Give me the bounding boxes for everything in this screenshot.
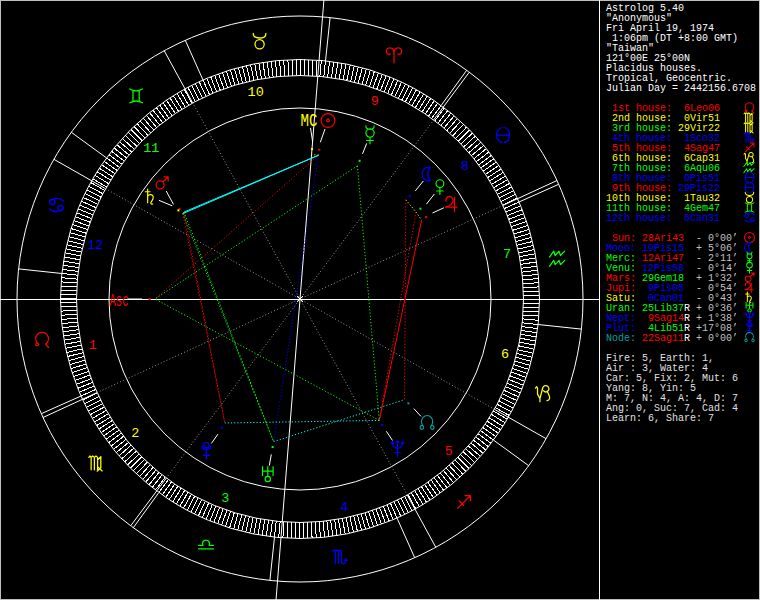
svg-text:+ 0°00’: + 0°00’ bbox=[696, 333, 738, 344]
svg-text:Julian Day = 2442156.6708: Julian Day = 2442156.6708 bbox=[606, 83, 756, 94]
svg-text:Node:: Node: bbox=[606, 333, 636, 344]
svg-text:11: 11 bbox=[143, 141, 159, 156]
svg-text:9: 9 bbox=[371, 94, 379, 109]
svg-text:12th house:: 12th house: bbox=[606, 213, 672, 224]
svg-text:R: R bbox=[684, 333, 690, 344]
svg-text:MC: MC bbox=[301, 111, 318, 131]
svg-text:2: 2 bbox=[131, 426, 139, 441]
svg-text:5: 5 bbox=[445, 444, 453, 459]
svg-text:22Sag11: 22Sag11 bbox=[642, 333, 684, 344]
svg-text:6: 6 bbox=[501, 347, 509, 362]
svg-text:7: 7 bbox=[503, 247, 511, 262]
svg-text:10: 10 bbox=[248, 85, 264, 100]
svg-text:8: 8 bbox=[461, 159, 469, 174]
svg-text:3: 3 bbox=[221, 491, 229, 506]
svg-text:12: 12 bbox=[87, 238, 103, 253]
svg-text:1: 1 bbox=[89, 338, 97, 353]
svg-text:Learn: 6, Share: 7: Learn: 6, Share: 7 bbox=[606, 413, 714, 424]
svg-text:6Can31: 6Can31 bbox=[678, 213, 720, 224]
svg-text:Asc: Asc bbox=[110, 291, 129, 311]
svg-text:4: 4 bbox=[340, 500, 348, 515]
